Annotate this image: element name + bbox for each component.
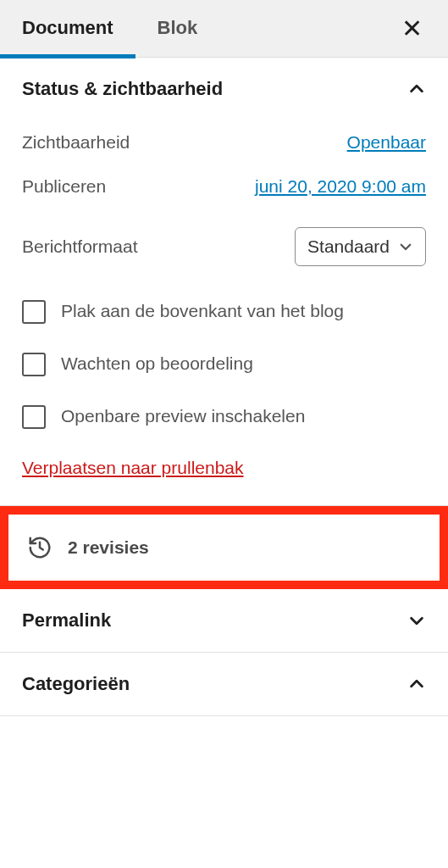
- history-icon: [27, 535, 53, 560]
- chevron-down-icon: [407, 611, 426, 630]
- row-pending-review: Wachten op beoordeling: [22, 337, 426, 390]
- panel-title: Permalink: [22, 609, 111, 632]
- sticky-label: Plak aan de bovenkant van het blog: [61, 298, 344, 323]
- sticky-checkbox[interactable]: [22, 300, 46, 324]
- public-preview-checkbox[interactable]: [22, 405, 46, 429]
- chevron-up-icon: [407, 80, 426, 98]
- sidebar-tabs: Document Blok ✕: [0, 0, 448, 58]
- row-post-format: Berichtformaat Standaard: [22, 209, 426, 285]
- row-public-preview: Openbare preview inschakelen: [22, 390, 426, 442]
- revisions-button[interactable]: 2 revisies: [8, 515, 440, 581]
- row-publish: Publiceren juni 20, 2020 9:00 am: [22, 164, 426, 209]
- move-to-trash-link[interactable]: Verplaatsen naar prullenbak: [22, 442, 244, 485]
- row-sticky: Plak aan de bovenkant van het blog: [22, 285, 426, 337]
- row-visibility: Zichtbaarheid Openbaar: [22, 120, 426, 164]
- tab-block[interactable]: Blok: [136, 0, 220, 58]
- public-preview-label: Openbare preview inschakelen: [61, 403, 305, 428]
- panel-title: Categorieën: [22, 673, 130, 695]
- tab-document[interactable]: Document: [0, 0, 136, 58]
- publish-label: Publiceren: [22, 176, 106, 197]
- revisions-label: 2 revisies: [68, 537, 149, 558]
- panel-categories: Categorieën: [0, 653, 448, 716]
- pending-review-checkbox[interactable]: [22, 353, 46, 376]
- publish-date-link[interactable]: juni 20, 2020 9:00 am: [255, 176, 426, 197]
- panel-categories-header[interactable]: Categorieën: [0, 653, 448, 715]
- panel-title: Status & zichtbaarheid: [22, 78, 223, 100]
- visibility-label: Zichtbaarheid: [22, 132, 130, 153]
- panel-permalink-header[interactable]: Permalink: [0, 589, 448, 652]
- panel-permalink: Permalink: [0, 589, 448, 653]
- post-format-value: Standaard: [307, 236, 390, 257]
- panel-status-visibility: Status & zichtbaarheid Zichtbaarheid Ope…: [0, 58, 448, 506]
- chevron-up-icon: [407, 675, 426, 693]
- chevron-down-icon: [398, 239, 413, 254]
- panel-status-body: Zichtbaarheid Openbaar Publiceren juni 2…: [0, 120, 448, 505]
- post-format-select[interactable]: Standaard: [295, 227, 426, 266]
- pending-review-label: Wachten op beoordeling: [61, 351, 253, 376]
- close-icon[interactable]: ✕: [393, 5, 431, 52]
- visibility-value-link[interactable]: Openbaar: [347, 132, 426, 153]
- post-format-label: Berichtformaat: [22, 236, 138, 257]
- revisions-highlight: 2 revisies: [0, 506, 448, 589]
- panel-status-header[interactable]: Status & zichtbaarheid: [0, 58, 448, 120]
